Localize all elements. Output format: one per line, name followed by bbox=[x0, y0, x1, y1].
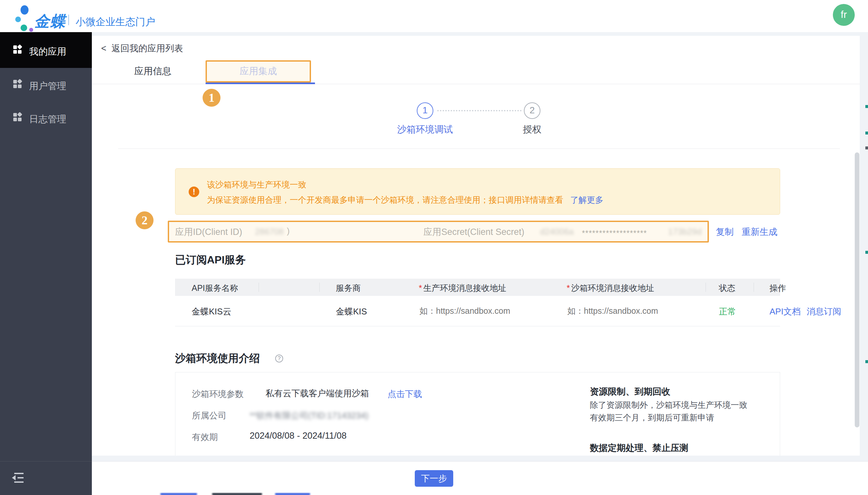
validity-value: 2024/08/08 - 2024/11/08 bbox=[250, 431, 347, 441]
company-value: **软件有限公司(TID:17143234) bbox=[250, 410, 368, 422]
notice-line2: 为保证资源使用合理，一个开发商最多申请一个沙箱环境，请注意合理使用；接口调用详情… bbox=[207, 194, 603, 205]
message-subscribe-link[interactable]: 消息订阅 bbox=[807, 306, 841, 318]
regenerate-secret-link[interactable]: 重新生成 bbox=[742, 226, 778, 238]
notice-line1: 该沙箱环境与生产环境一致 bbox=[207, 179, 306, 190]
avatar[interactable]: fr bbox=[833, 4, 855, 26]
sandbox-section-title: 沙箱环境使用介绍 bbox=[175, 351, 260, 366]
copy-secret-link[interactable]: 复制 bbox=[716, 226, 734, 238]
status-badge: 正常 bbox=[719, 306, 736, 318]
stepper-divider bbox=[118, 149, 840, 149]
note1-title: 资源限制、到期回收 bbox=[590, 386, 670, 397]
required-mark: * bbox=[419, 283, 422, 293]
note1-line2: 有效期三个月，到期后可重新申请 bbox=[590, 412, 714, 423]
collapse-sidebar-icon[interactable] bbox=[12, 473, 24, 483]
annotation-marker-2: 2 bbox=[136, 211, 153, 229]
api-table-row: 金蝶KIS云 金蝶KIS 正常 API文档 消息订阅 bbox=[175, 296, 780, 326]
note2-title: 数据定期处理、禁止压测 bbox=[590, 442, 688, 454]
prod-address-input[interactable] bbox=[419, 304, 553, 318]
brand-name[interactable]: 金蝶 bbox=[34, 11, 66, 32]
sidebar-item-log-mgmt[interactable]: 日志管理 bbox=[0, 101, 92, 134]
portal-title: 小微企业生态门户 bbox=[76, 15, 155, 29]
col-action: 操作 bbox=[769, 283, 786, 293]
params-label: 沙箱环境参数 bbox=[192, 388, 244, 400]
sidebar-item-label: 日志管理 bbox=[29, 113, 66, 125]
col-status: 状态 bbox=[719, 283, 735, 293]
logo-dot bbox=[15, 17, 21, 22]
annotation-highlight-credentials bbox=[168, 221, 709, 242]
step-2-label: 授权 bbox=[512, 123, 552, 136]
active-tab-underline bbox=[205, 83, 315, 84]
col-sandbox-address: *沙箱环境消息接收地址 bbox=[567, 283, 654, 293]
apps-grid-icon bbox=[13, 46, 22, 54]
sandbox-intro-box: 沙箱环境参数 私有云下载客户端使用沙箱 点击下载 所属公司 **软件有限公司(T… bbox=[175, 372, 780, 456]
params-value: 私有云下载客户端使用沙箱 bbox=[266, 388, 369, 399]
kingdee-logo-icon bbox=[0, 0, 36, 32]
sidebar-item-label: 用户管理 bbox=[29, 80, 66, 92]
help-icon[interactable]: ? bbox=[275, 355, 283, 362]
col-prod-address: *生产环境消息接收地址 bbox=[419, 283, 506, 293]
apps-grid-icon bbox=[13, 80, 22, 88]
sidebar-item-my-apps[interactable]: 我的应用 bbox=[0, 32, 92, 68]
scrollbar-thumb[interactable] bbox=[855, 152, 859, 427]
company-label: 所属公司 bbox=[192, 410, 227, 422]
sandbox-notice: ! 该沙箱环境与生产环境一致 为保证资源使用合理，一个开发商最多申请一个沙箱环境… bbox=[175, 168, 780, 215]
sidebar-footer bbox=[0, 461, 92, 495]
brand-divider bbox=[68, 15, 69, 25]
step-connector-dotted bbox=[437, 110, 521, 111]
warning-icon: ! bbox=[189, 187, 199, 197]
footer-bar: 下一步 bbox=[92, 461, 868, 495]
step-1-circle: 1 bbox=[417, 102, 433, 119]
sandbox-address-input[interactable] bbox=[567, 304, 701, 318]
learn-more-link[interactable]: 了解更多 bbox=[570, 195, 603, 204]
logo-dot bbox=[20, 5, 29, 15]
api-name-cell: 金蝶KIS云 bbox=[191, 306, 231, 318]
step-1-label[interactable]: 沙箱环境调试 bbox=[392, 123, 458, 136]
content-panel: < 返回我的应用列表 应用信息 应用集成 1 1 2 沙箱环境调试 授权 ! 该… bbox=[92, 36, 860, 456]
apps-grid-icon bbox=[13, 113, 22, 122]
tab-app-info[interactable]: 应用信息 bbox=[126, 65, 179, 78]
col-provider: 服务商 bbox=[336, 283, 361, 293]
next-step-button[interactable]: 下一步 bbox=[415, 470, 453, 487]
annotation-highlight-tab bbox=[205, 60, 311, 83]
note1-line1: 除了资源限制外，沙箱环境与生产环境一致 bbox=[590, 399, 747, 410]
sidebar-item-label: 我的应用 bbox=[29, 46, 66, 58]
logo-dot bbox=[29, 28, 33, 32]
api-table-header: API服务名称 服务商 *生产环境消息接收地址 *沙箱环境消息接收地址 状态 操… bbox=[175, 279, 780, 296]
validity-label: 有效期 bbox=[192, 431, 218, 443]
sidebar-item-user-mgmt[interactable]: 用户管理 bbox=[0, 68, 92, 101]
app-header: 金蝶 小微企业生态门户 fr bbox=[0, 0, 868, 32]
annotation-marker-1: 1 bbox=[203, 89, 220, 107]
api-section-title: 已订阅API服务 bbox=[175, 253, 246, 267]
scrollbar-track-marks bbox=[865, 32, 868, 495]
breadcrumb-label: 返回我的应用列表 bbox=[112, 44, 183, 53]
col-api-name: API服务名称 bbox=[191, 283, 238, 293]
api-doc-link[interactable]: API文档 bbox=[769, 306, 801, 318]
step-2-circle: 2 bbox=[524, 102, 540, 119]
back-arrow-icon: < bbox=[101, 44, 106, 53]
provider-cell: 金蝶KIS bbox=[336, 306, 367, 318]
logo-dot bbox=[20, 24, 27, 31]
download-client-link[interactable]: 点击下载 bbox=[388, 388, 422, 400]
sidebar: 我的应用 用户管理 日志管理 bbox=[0, 32, 92, 461]
breadcrumb[interactable]: < 返回我的应用列表 bbox=[101, 42, 183, 54]
notice-line2-text: 为保证资源使用合理，一个开发商最多申请一个沙箱环境，请注意合理使用；接口调用详情… bbox=[207, 195, 563, 204]
clipped-footer-content bbox=[0, 493, 868, 495]
required-mark: * bbox=[567, 283, 570, 293]
